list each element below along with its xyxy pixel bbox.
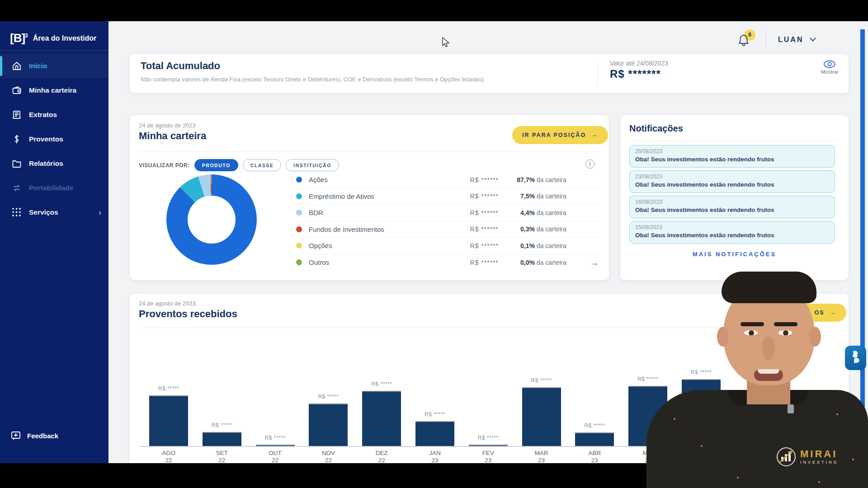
sidebar-item-servicos[interactable]: Serviços› [0, 200, 108, 225]
notifications-list: 25/08/2023Oba! Seus investimentos estão … [629, 145, 835, 246]
bar-value-masked: R$ ***** [158, 385, 179, 392]
topbar-divider [766, 29, 766, 50]
sidebar-item-label: Extratos [29, 111, 57, 119]
statement-icon [12, 110, 22, 120]
legend-label: Empréstimo de Ativos [309, 192, 444, 200]
more-notifications-link[interactable]: MAIS NOTIFICAÇÕES [620, 251, 849, 258]
bar-nov22 [309, 404, 348, 446]
legend-arrow-link[interactable]: → [590, 258, 599, 267]
view-by-label: VISUALIZAR POR: [139, 162, 190, 169]
bar-abr23 [575, 432, 614, 446]
sidebar-nav: InícioMinha carteiraExtratosProventosRel… [0, 54, 108, 225]
portfolio-legend: AçõesR$ ******87,7% da carteiraEmpréstim… [296, 172, 600, 271]
bar-value-masked: R$ ***** [478, 435, 499, 441]
legend-row-2: Empréstimo de AtivosR$ ******7,5% da car… [296, 188, 600, 205]
sidebar-item-label: Minha carteira [29, 86, 76, 94]
brand: [B]3 Área do Investidor [10, 31, 96, 45]
legend-row-6: OutrosR$ ******0,0% da carteira→ [296, 254, 600, 271]
total-title: Total Acumulado [141, 60, 220, 72]
legend-percent: 0,1% da carteira [499, 242, 566, 249]
legend-label: Ações [309, 176, 444, 183]
notification-card-1[interactable]: 25/08/2023Oba! Seus investimentos estão … [629, 145, 835, 168]
show-value-button[interactable]: Mostrar [816, 60, 843, 75]
page-scrollbar[interactable] [860, 29, 865, 462]
filter-pill-instituição[interactable]: INSTITUIÇÃO [286, 159, 339, 171]
grid-icon [12, 207, 22, 217]
filter-pill-produto[interactable]: PRODUTO [194, 159, 238, 171]
bar-month-label: DEZ22 [376, 450, 388, 464]
notifications-title: Notificações [629, 123, 683, 134]
legend-dot [296, 243, 302, 249]
sidebar-item-minha-carteira[interactable]: Minha carteira [0, 78, 108, 103]
legend-value-masked: R$ ****** [444, 192, 499, 200]
legend-dot [296, 226, 302, 232]
legend-percent: 0,3% da carteira [499, 225, 566, 233]
letterbox-top [0, 0, 868, 21]
legend-label: Fundos de investimentos [309, 225, 444, 233]
feedback-label: Feedback [27, 432, 58, 440]
total-value-label: Valor até 24/08/2023 [610, 60, 668, 67]
sidebar-item-feedback[interactable]: Feedback [0, 425, 108, 446]
folder-icon [12, 159, 22, 169]
notification-text: Oba! Seus investimentos estão rendendo f… [635, 232, 829, 239]
dollar-icon [12, 134, 22, 144]
bar-value-masked: R$ ***** [425, 411, 445, 418]
bar-value-masked: R$ ***** [691, 369, 712, 375]
bar-value-masked: R$ ***** [212, 422, 232, 428]
total-subtitle: Não contempla valores de Renda Fixa (exc… [141, 76, 486, 83]
legend-label: Outros [309, 258, 444, 266]
notification-card-2[interactable]: 23/08/2023Oba! Seus investimentos estão … [629, 170, 835, 193]
brand-title: Área do Investidor [33, 34, 96, 42]
legend-value-masked: R$ ****** [444, 242, 499, 249]
minha-carteira-card: 24 de agosto de 2023 Minha carteira IR P… [130, 115, 609, 280]
total-acumulado-card: Total Acumulado Não contempla valores de… [130, 54, 849, 93]
notification-date: 15/08/2023 [635, 224, 829, 230]
notification-card-3[interactable]: 16/08/2023Oba! Seus investimentos estão … [629, 196, 835, 218]
home-icon [12, 61, 22, 71]
bell-icon [738, 34, 750, 47]
ir-para-posicao-button[interactable]: IR PARA POSIÇÃO → [512, 126, 608, 144]
legend-value-masked: R$ ****** [444, 176, 499, 183]
bar-mai23 [628, 386, 667, 446]
sidebar-item-portabilidade: Portabilidade [0, 176, 108, 200]
notification-card-4[interactable]: 15/08/2023Oba! Seus investimentos estão … [629, 221, 835, 244]
notifications-bell-button[interactable]: 6 [737, 29, 758, 50]
legend-label: BDR [309, 209, 444, 216]
notification-date: 16/08/2023 [635, 199, 829, 205]
sidebar-item-label: Portabilidade [29, 184, 73, 192]
proventos-bar-chart: R$ *****AGO22R$ *****SET22R$ *****OUT22R… [130, 294, 849, 463]
sidebar-item-label: Proventos [29, 135, 63, 143]
portfolio-donut-chart [166, 174, 257, 265]
bar-month-label: AGO22 [162, 450, 175, 464]
sidebar-item-extratos[interactable]: Extratos [0, 103, 108, 127]
letterbox-bottom [0, 463, 868, 488]
sidebar-item-relatorios[interactable]: Relatórios [0, 151, 108, 176]
notification-text: Oba! Seus investimentos estão rendendo f… [635, 206, 829, 213]
sidebar-divider [0, 50, 108, 51]
feedback-icon [11, 431, 21, 441]
bar-value-masked: R$ ***** [318, 394, 339, 400]
sidebar-item-inicio[interactable]: Início [0, 54, 108, 78]
notifications-divider [629, 141, 837, 141]
user-name: LUAN [778, 36, 803, 44]
info-icon[interactable]: i [585, 160, 594, 169]
bar-month-label: ABR23 [589, 450, 601, 464]
bar-month-label: FEV23 [482, 450, 494, 464]
bar-set22 [203, 432, 241, 446]
sidebar-item-label: Serviços [29, 208, 58, 216]
filter-pill-classe[interactable]: CLASSE [243, 159, 282, 171]
app-window: [B]3 Área do Investidor InícioMinha cart… [0, 0, 868, 488]
bar-month-label: NOV22 [322, 450, 335, 464]
sign-language-accessibility-button[interactable] [845, 346, 866, 370]
legend-row-1: AçõesR$ ******87,7% da carteira [296, 172, 600, 188]
eye-icon [816, 60, 843, 69]
sidebar-item-proventos[interactable]: Proventos [0, 127, 108, 151]
bar-ago22 [149, 395, 188, 446]
user-menu[interactable]: LUAN [778, 36, 816, 44]
portfolio-date: 24 de agosto de 2023 [139, 122, 196, 129]
notification-date: 23/08/2023 [635, 174, 829, 180]
legend-value-masked: R$ ****** [444, 259, 499, 266]
legend-row-4: Fundos de investimentosR$ ******0,3% da … [296, 221, 600, 238]
bar-value-masked: R$ ***** [265, 435, 286, 441]
legend-percent: 4,4% da carteira [499, 209, 566, 216]
